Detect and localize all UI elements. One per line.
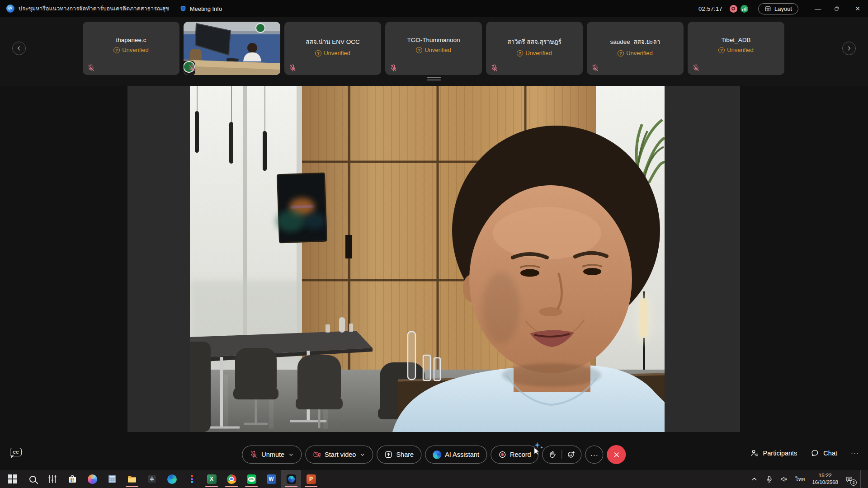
meeting-info-button[interactable]: Meeting Info <box>179 5 222 12</box>
line-icon: LINE <box>247 474 256 484</box>
participant-name: Tibet_ADB <box>688 37 784 43</box>
shield-icon <box>179 5 187 12</box>
taskbar-powerpoint[interactable]: P <box>301 470 321 488</box>
reactions-group <box>542 446 582 464</box>
participant-tile[interactable]: สาวิตรี สสจ.สุราษฎร์ ? Unverified <box>486 22 583 75</box>
taskbar-word[interactable]: W <box>261 470 281 488</box>
more-panels-button[interactable]: ··· <box>851 449 859 457</box>
show-desktop-button[interactable] <box>860 470 863 488</box>
figma-icon <box>187 474 197 484</box>
muted-mic-icon <box>289 64 297 72</box>
unverified-icon: ? <box>618 50 624 56</box>
tray-microphone-button[interactable] <box>765 475 773 483</box>
window-controls: — ✕ <box>814 5 862 12</box>
ai-assistant-button[interactable]: AI Assistant <box>425 446 487 464</box>
reactions-button[interactable] <box>567 450 576 459</box>
taskbar-file-explorer[interactable] <box>122 470 142 488</box>
windows-start-icon <box>8 474 17 483</box>
muted-mic-icon <box>692 64 700 72</box>
clock[interactable]: 15:22 16/10/2568 <box>812 472 838 486</box>
participant-tile[interactable]: TGO-Thummanoon ? Unverified <box>385 22 482 75</box>
leave-meeting-button[interactable] <box>607 445 626 464</box>
more-options-button[interactable]: ··· <box>585 446 604 464</box>
taskbar-figma[interactable] <box>182 470 202 488</box>
chat-icon <box>811 449 819 457</box>
taskbar-webex[interactable] <box>281 470 301 488</box>
participant-name: สสจ.น่าน ENV OCC <box>284 37 381 47</box>
taskbar-snipping-tool[interactable] <box>142 470 162 488</box>
taskbar-line[interactable]: LINE <box>241 470 261 488</box>
record-button[interactable]: Record <box>491 446 539 464</box>
start-video-button[interactable]: Start video <box>305 446 373 464</box>
microsoft-store-icon <box>67 474 78 484</box>
webex-logo-icon <box>6 5 14 13</box>
meeting-title: ประชุมหารือแนวทางการจัดทำคาร์บอนเครดิตภา… <box>19 4 170 13</box>
file-explorer-icon <box>127 474 137 484</box>
participant-tile[interactable]: thapanee.c ? Unverified <box>83 22 179 75</box>
filmstrip-resize-handle[interactable] <box>427 77 441 80</box>
closed-captions-button[interactable]: CC <box>10 448 22 456</box>
participant-status: ? Unverified <box>587 50 684 56</box>
participant-tile[interactable]: สสจ.น่าน ENV OCC ? Unverified <box>284 22 381 75</box>
unverified-icon: ? <box>517 50 523 56</box>
taskbar-copilot[interactable] <box>82 470 102 488</box>
copilot-icon <box>88 474 97 484</box>
participant-tile-video[interactable] <box>184 22 280 75</box>
meeting-timer: 02:57:17 <box>698 5 722 12</box>
unmute-button[interactable]: Unmute <box>242 446 302 464</box>
smiley-plus-icon <box>567 450 576 459</box>
minimize-button[interactable]: — <box>814 5 822 12</box>
restore-icon <box>834 5 840 12</box>
muted-mic-icon <box>188 64 196 72</box>
share-button[interactable]: Share <box>377 446 421 464</box>
sparkle-icon <box>540 446 544 449</box>
filmstrip-next-button[interactable] <box>842 42 856 55</box>
chevron-down-icon <box>359 452 365 458</box>
close-button[interactable]: ✕ <box>854 5 862 12</box>
raise-hand-button[interactable] <box>549 450 557 459</box>
participant-tile[interactable]: Tibet_ADB ? Unverified <box>688 22 784 75</box>
taskbar-excel[interactable]: X <box>202 470 222 488</box>
meeting-control-bar: CC Unmute Start video Share AI Assistant <box>0 445 868 470</box>
taskbar-calculator[interactable] <box>102 470 122 488</box>
taskbar-chrome[interactable] <box>222 470 241 488</box>
layout-grid-icon <box>764 5 771 12</box>
tray-volume-button[interactable] <box>780 475 788 483</box>
taskbar-microsoft-store[interactable] <box>62 470 82 488</box>
divider <box>562 450 562 459</box>
calculator-icon <box>107 474 118 484</box>
participant-name: thapanee.c <box>83 37 179 43</box>
maximize-button[interactable] <box>834 5 842 12</box>
taskbar-edge[interactable] <box>162 470 182 488</box>
language-indicator[interactable]: ไทย <box>795 475 805 483</box>
participant-status: ? Unverified <box>385 47 482 53</box>
speaker-video-frame <box>190 86 665 432</box>
chevron-up-icon <box>750 475 758 483</box>
task-view-button[interactable] <box>42 470 62 488</box>
meeting-info-label: Meeting Info <box>190 5 222 12</box>
share-screen-icon <box>384 450 392 459</box>
system-tray: ไทย 15:22 16/10/2568 2 <box>750 470 868 488</box>
participants-button[interactable]: Participants <box>750 449 797 457</box>
webex-icon <box>287 474 296 484</box>
connection-quality-icon <box>741 5 748 13</box>
speaker-muted-icon <box>780 475 788 483</box>
record-icon <box>498 450 506 459</box>
edge-icon <box>167 474 177 484</box>
participant-tiles: thapanee.c ? Unverified <box>83 22 784 75</box>
hidden-icons-button[interactable] <box>750 475 758 483</box>
taskbar-search-button[interactable] <box>23 470 42 488</box>
participant-tile[interactable]: saudee_สสจ.ยะลา ? Unverified <box>587 22 684 75</box>
webex-meeting-window: ประชุมหารือแนวทางการจัดทำคาร์บอนเครดิตภา… <box>0 0 868 488</box>
cc-icon: CC <box>10 448 22 456</box>
filmstrip-previous-button[interactable] <box>12 42 26 55</box>
word-icon: W <box>267 474 276 484</box>
muted-mic-icon <box>87 64 95 72</box>
close-x-icon <box>613 451 620 459</box>
start-button[interactable] <box>3 470 23 488</box>
layout-button[interactable]: Layout <box>758 3 798 14</box>
unverified-icon: ? <box>315 50 321 56</box>
chat-button[interactable]: Chat <box>811 449 837 457</box>
notification-center-button[interactable]: 2 <box>845 475 853 483</box>
active-speaker-video <box>190 86 665 432</box>
